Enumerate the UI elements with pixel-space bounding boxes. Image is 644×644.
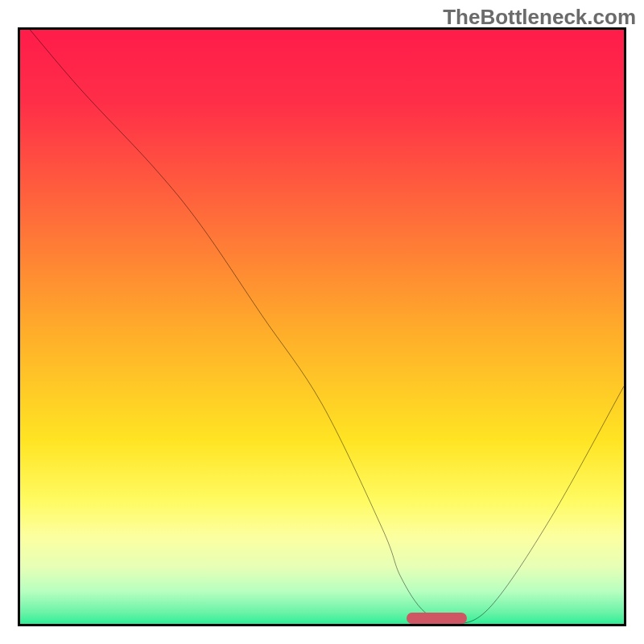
chart-container: TheBottleneck.com <box>0 0 644 644</box>
watermark-text: TheBottleneck.com <box>443 5 636 30</box>
plot-frame <box>18 27 626 626</box>
optimal-range-marker <box>407 613 467 624</box>
bottleneck-curve <box>20 30 624 624</box>
